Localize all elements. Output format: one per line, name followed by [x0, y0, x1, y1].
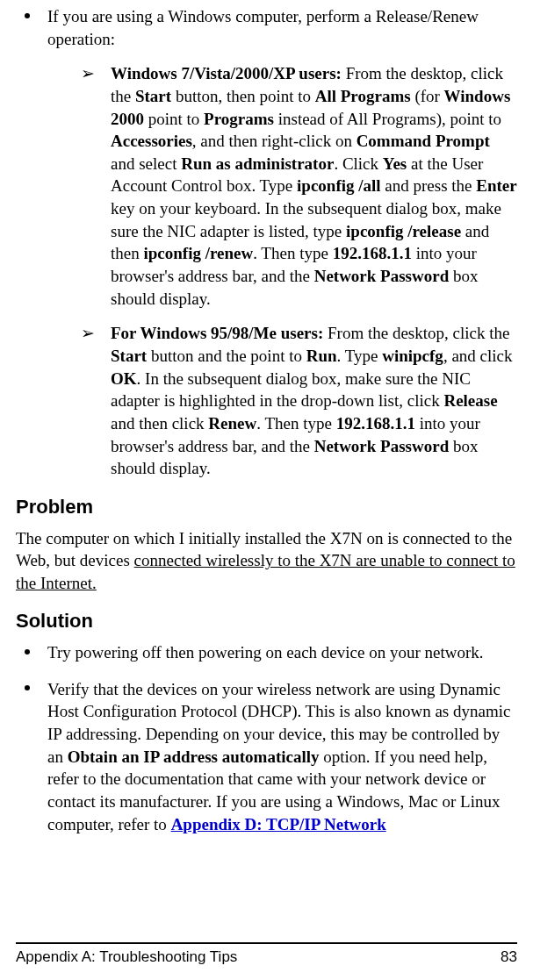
bullet-item: Verify that the devices on your wireless… [16, 678, 517, 835]
sub-text: Windows 7/Vista/2000/XP users: From the … [111, 64, 517, 307]
page-content: If you are using a Windows computer, per… [16, 0, 517, 835]
solution-heading: Solution [16, 608, 517, 634]
problem-heading: Problem [16, 494, 517, 520]
page-footer: Appendix A: Troubleshooting Tips 83 [16, 942, 517, 968]
bullet-dot-icon [25, 13, 30, 18]
footer-title: Appendix A: Troubleshooting Tips [16, 948, 237, 968]
sub-list: ➢ Windows 7/Vista/2000/XP users: From th… [47, 62, 517, 480]
arrow-icon: ➢ [81, 322, 95, 345]
bullet-text: If you are using a Windows computer, per… [47, 7, 479, 48]
bullet-text: Try powering off then powering on each d… [47, 643, 484, 662]
bullet-dot-icon [25, 649, 30, 655]
appendix-d-link[interactable]: Appendix D: TCP/IP Network [171, 815, 386, 833]
bullet-text: Verify that the devices on your wireless… [47, 680, 510, 833]
sub-text: For Windows 95/98/Me users: From the des… [111, 324, 512, 477]
page-number: 83 [501, 948, 517, 968]
problem-paragraph: The computer on which I initially instal… [16, 527, 517, 595]
sub-bullet-item: ➢ For Windows 95/98/Me users: From the d… [79, 322, 517, 479]
arrow-icon: ➢ [81, 62, 95, 85]
bullet-item: If you are using a Windows computer, per… [16, 5, 517, 480]
bullet-item: Try powering off then powering on each d… [16, 641, 517, 664]
sub-bullet-item: ➢ Windows 7/Vista/2000/XP users: From th… [79, 62, 517, 310]
bullet-dot-icon [25, 685, 30, 690]
